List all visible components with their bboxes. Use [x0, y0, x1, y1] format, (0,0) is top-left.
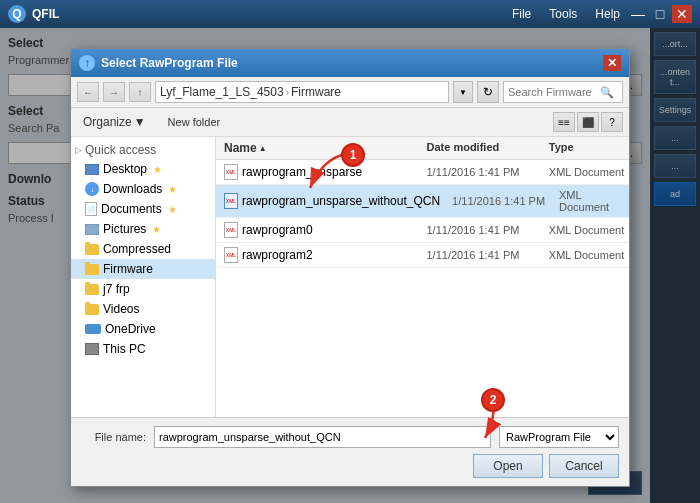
j7frp-folder-icon	[85, 284, 99, 295]
file-type-1: XML Document	[545, 162, 629, 182]
file-dialog: ↑ Select RawProgram File ✕ ← → ↑ Lyf_Fla…	[70, 48, 630, 487]
dialog-footer: File name: RawProgram File Open Cancel	[71, 417, 629, 486]
view-tiles-button[interactable]: ⬛	[577, 112, 599, 132]
file-date-1: 1/11/2016 1:41 PM	[423, 162, 545, 182]
search-input[interactable]	[508, 86, 598, 98]
quick-access-header[interactable]: ▷ Quick access	[71, 141, 215, 159]
titlebar-controls: — □ ✕	[628, 5, 692, 23]
pictures-icon	[85, 224, 99, 235]
nav-item-desktop[interactable]: Desktop ★	[71, 159, 215, 179]
xml-file-icon-2: XML	[224, 193, 238, 209]
file-date-3: 1/11/2016 1:41 PM	[423, 220, 545, 240]
onedrive-icon	[85, 324, 101, 334]
file-name-3: XML rawprogram0	[216, 218, 423, 242]
file-type-2: XML Document	[555, 185, 629, 217]
videos-folder-icon	[85, 304, 99, 315]
file-row-1[interactable]: XML rawprogram_unsparse 1/11/2016 1:41 P…	[216, 160, 629, 185]
nav-up-button[interactable]: ↑	[129, 82, 151, 102]
open-button[interactable]: Open	[473, 454, 543, 478]
file-list-header: Name ▲ Date modified Type	[216, 137, 629, 160]
menu-bar: File Tools Help	[504, 5, 628, 23]
organize-arrow-icon: ▼	[134, 115, 146, 129]
address-path[interactable]: Lyf_Flame_1_LS_4503 › Firmware	[155, 81, 449, 103]
compressed-folder-icon	[85, 244, 99, 255]
search-icon: 🔍	[600, 86, 614, 99]
path-segment-root: Lyf_Flame_1_LS_4503	[160, 85, 284, 99]
pin-star-pics-icon: ★	[152, 224, 161, 235]
file-name-2: XML rawprogram_unsparse_without_QCN	[216, 189, 448, 213]
dialog-overlay: ↑ Select RawProgram File ✕ ← → ↑ Lyf_Fla…	[0, 28, 700, 503]
search-box: 🔍	[503, 81, 623, 103]
nav-item-downloads[interactable]: ↓ Downloads ★	[71, 179, 215, 199]
menu-tools[interactable]: Tools	[541, 5, 585, 23]
maximize-button[interactable]: □	[650, 5, 670, 23]
nav-panel: ▷ Quick access Desktop ★ ↓ Downloads ★	[71, 137, 216, 417]
dialog-title: Select RawProgram File	[101, 56, 603, 70]
this-pc-icon	[85, 343, 99, 355]
nav-item-documents[interactable]: 📄 Documents ★	[71, 199, 215, 219]
nav-item-videos[interactable]: Videos	[71, 299, 215, 319]
filetype-select[interactable]: RawProgram File	[499, 426, 619, 448]
dialog-toolbar: Organize ▼ New folder ≡≡ ⬛ ?	[71, 108, 629, 137]
xml-file-icon-4: XML	[224, 247, 238, 263]
dialog-close-button[interactable]: ✕	[603, 55, 621, 71]
xml-file-icon-3: XML	[224, 222, 238, 238]
documents-icon: 📄	[85, 202, 97, 216]
cancel-button[interactable]: Cancel	[549, 454, 619, 478]
file-list-area: Name ▲ Date modified Type XML rawprogram…	[216, 137, 629, 417]
view-help-button[interactable]: ?	[601, 112, 623, 132]
nav-item-onedrive[interactable]: OneDrive	[71, 319, 215, 339]
dialog-body: ▷ Quick access Desktop ★ ↓ Downloads ★	[71, 137, 629, 417]
app-logo: Q	[8, 5, 26, 23]
column-name[interactable]: Name ▲	[216, 137, 423, 159]
pin-star-icon: ★	[153, 164, 162, 175]
nav-forward-button[interactable]: →	[103, 82, 125, 102]
nav-item-this-pc[interactable]: This PC	[71, 339, 215, 359]
file-row-3[interactable]: XML rawprogram0 1/11/2016 1:41 PM XML Do…	[216, 218, 629, 243]
file-name-1: XML rawprogram_unsparse	[216, 160, 423, 184]
refresh-button[interactable]: ↻	[477, 81, 499, 103]
nav-back-button[interactable]: ←	[77, 82, 99, 102]
address-dropdown-button[interactable]: ▼	[453, 81, 473, 103]
filename-input[interactable]	[154, 426, 491, 448]
xml-file-icon-1: XML	[224, 164, 238, 180]
menu-file[interactable]: File	[504, 5, 539, 23]
filename-label: File name:	[81, 431, 146, 443]
nav-item-compressed[interactable]: Compressed	[71, 239, 215, 259]
file-row-2[interactable]: XML rawprogram_unsparse_without_QCN 1/11…	[216, 185, 629, 218]
nav-item-pictures[interactable]: Pictures ★	[71, 219, 215, 239]
sort-icon: ▲	[259, 144, 267, 153]
nav-item-firmware[interactable]: Firmware	[71, 259, 215, 279]
minimize-button[interactable]: —	[628, 5, 648, 23]
pin-star-downloads-icon: ★	[168, 184, 177, 195]
menu-help[interactable]: Help	[587, 5, 628, 23]
firmware-folder-icon	[85, 264, 99, 275]
app-body: Select Programmer: ... Select Search Pa …	[0, 28, 700, 503]
dialog-titlebar: ↑ Select RawProgram File ✕	[71, 49, 629, 77]
view-details-button[interactable]: ≡≡	[553, 112, 575, 132]
file-type-4: XML Document	[545, 245, 629, 265]
dialog-buttons: Open Cancel	[81, 454, 619, 478]
file-type-3: XML Document	[545, 220, 629, 240]
downloads-icon: ↓	[85, 182, 99, 196]
view-buttons: ≡≡ ⬛ ?	[553, 112, 623, 132]
column-type[interactable]: Type	[545, 137, 629, 159]
desktop-icon	[85, 164, 99, 175]
filename-row: File name: RawProgram File	[81, 426, 619, 448]
dialog-logo-icon: ↑	[79, 55, 95, 71]
file-row-4[interactable]: XML rawprogram2 1/11/2016 1:41 PM XML Do…	[216, 243, 629, 268]
app-title: QFIL	[32, 7, 504, 21]
address-bar: ← → ↑ Lyf_Flame_1_LS_4503 › Firmware ▼ ↻…	[71, 77, 629, 108]
file-date-2: 1/11/2016 1:41 PM	[448, 191, 555, 211]
path-segment-firmware: Firmware	[291, 85, 341, 99]
pin-star-docs-icon: ★	[168, 204, 177, 215]
column-date-modified[interactable]: Date modified	[423, 137, 545, 159]
app-titlebar: Q QFIL File Tools Help — □ ✕	[0, 0, 700, 28]
organize-button[interactable]: Organize ▼	[77, 113, 152, 131]
nav-item-j7frp[interactable]: j7 frp	[71, 279, 215, 299]
new-folder-button[interactable]: New folder	[160, 114, 229, 130]
close-button[interactable]: ✕	[672, 5, 692, 23]
file-date-4: 1/11/2016 1:41 PM	[423, 245, 545, 265]
file-name-4: XML rawprogram2	[216, 243, 423, 267]
